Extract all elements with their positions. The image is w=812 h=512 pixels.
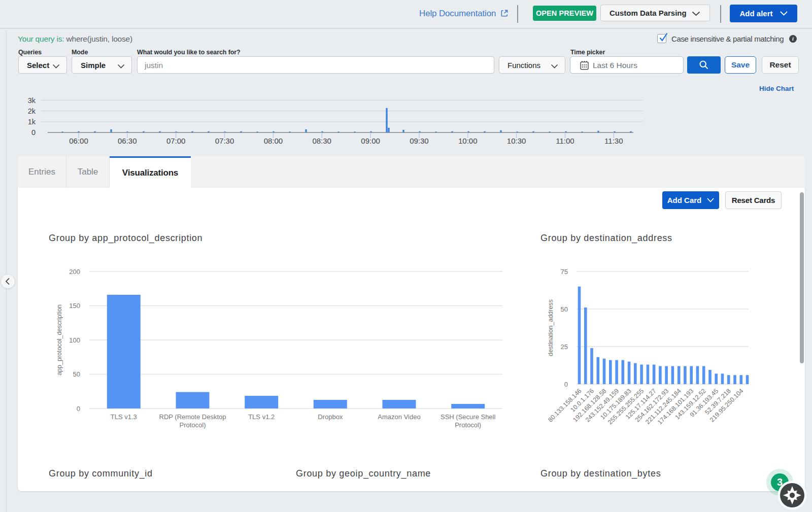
svg-text:3k: 3k <box>28 96 36 105</box>
svg-text:50: 50 <box>73 370 80 378</box>
svg-text:08:00: 08:00 <box>264 136 283 145</box>
svg-text:Dropbox: Dropbox <box>318 413 343 421</box>
svg-text:07:30: 07:30 <box>215 136 234 145</box>
svg-text:11:00: 11:00 <box>556 136 574 145</box>
svg-text:0: 0 <box>31 128 36 136</box>
svg-text:Amazon Video: Amazon Video <box>378 413 420 421</box>
svg-text:06:00: 06:00 <box>69 136 88 145</box>
svg-text:50: 50 <box>561 305 568 313</box>
svg-text:app_protocol_description: app_protocol_description <box>56 304 63 376</box>
svg-text:TLS v1.3: TLS v1.3 <box>111 413 137 421</box>
svg-text:25: 25 <box>561 343 568 351</box>
svg-text:1k: 1k <box>28 118 36 126</box>
svg-text:10:00: 10:00 <box>458 136 478 145</box>
svg-text:2k: 2k <box>28 107 36 115</box>
svg-text:11:30: 11:30 <box>604 136 623 145</box>
svg-text:08:30: 08:30 <box>312 136 331 145</box>
svg-text:0: 0 <box>77 405 80 413</box>
svg-text:TLS v1.2: TLS v1.2 <box>248 413 275 421</box>
svg-text:75: 75 <box>561 268 568 276</box>
svg-text:destination_address: destination_address <box>547 299 554 356</box>
svg-text:07:00: 07:00 <box>166 136 186 145</box>
svg-text:SSH (Secure Shell: SSH (Secure Shell <box>441 413 495 421</box>
svg-text:Protocol): Protocol) <box>455 421 481 429</box>
svg-text:RDP (Remote Desktop: RDP (Remote Desktop <box>159 413 226 421</box>
svg-text:06:30: 06:30 <box>118 136 137 145</box>
svg-text:Protocol): Protocol) <box>179 421 206 429</box>
svg-text:150: 150 <box>69 302 80 310</box>
svg-text:100: 100 <box>69 336 80 344</box>
svg-text:09:30: 09:30 <box>410 136 429 145</box>
svg-text:10:30: 10:30 <box>507 136 526 145</box>
svg-text:0: 0 <box>564 381 568 388</box>
svg-text:200: 200 <box>69 268 80 276</box>
svg-text:09:00: 09:00 <box>361 136 380 145</box>
